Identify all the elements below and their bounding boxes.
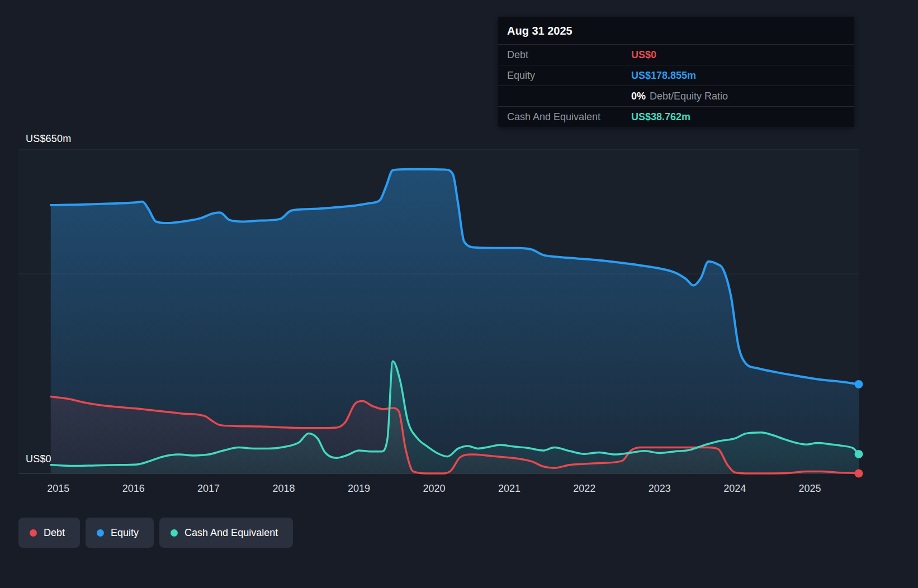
chart-legend: Debt Equity Cash And Equivalent [18, 518, 293, 548]
legend-item-label: Cash And Equivalent [184, 527, 278, 539]
tooltip-row-debt: Debt US$0 [498, 44, 854, 65]
tooltip-cash-label: Cash And Equivalent [507, 111, 631, 123]
tooltip-ratio-caption: Debt/Equity Ratio [650, 90, 728, 102]
x-tick-label: 2017 [197, 483, 220, 494]
legend-item-equity[interactable]: Equity [86, 518, 154, 548]
chart-tooltip: Aug 31 2025 Debt US$0 Equity US$178.855m… [498, 17, 854, 127]
legend-item-cash[interactable]: Cash And Equivalent [159, 518, 293, 548]
debt-series-dot-icon [30, 529, 37, 537]
x-tick-label: 2016 [122, 483, 145, 494]
tooltip-row-equity: Equity US$178.855m [498, 65, 854, 86]
tooltip-date: Aug 31 2025 [498, 17, 854, 44]
tooltip-equity-value: US$178.855m [631, 69, 696, 82]
series-endpoint-dot-cash-and-equivalent [855, 450, 863, 458]
series-endpoint-dot-equity [855, 380, 863, 388]
tooltip-cash-value: US$38.762m [631, 111, 690, 123]
tooltip-row-cash: Cash And Equivalent US$38.762m [498, 106, 854, 127]
equity-series-dot-icon [97, 529, 104, 537]
x-tick-label: 2018 [273, 483, 295, 494]
tooltip-debt-label: Debt [507, 49, 631, 61]
debt-equity-history-chart: US$650m US$0 201520162017201820192020202… [0, 0, 918, 588]
series-endpoint-dot-debt [855, 470, 863, 478]
legend-item-label: Debt [44, 527, 65, 539]
tooltip-row-ratio: 0% Debt/Equity Ratio [498, 86, 854, 106]
x-tick-label: 2024 [723, 483, 746, 494]
x-tick-label: 2020 [423, 483, 445, 494]
x-tick-label: 2019 [348, 483, 370, 494]
tooltip-ratio-value: 0% [631, 90, 646, 102]
x-tick-label: 2015 [47, 483, 69, 494]
legend-item-debt[interactable]: Debt [18, 518, 80, 548]
x-tick-label: 2025 [799, 483, 821, 494]
x-tick-label: 2023 [649, 483, 671, 494]
tooltip-equity-label: Equity [507, 69, 631, 82]
legend-item-label: Equity [111, 527, 139, 539]
cash-series-dot-icon [171, 529, 178, 537]
tooltip-debt-value: US$0 [631, 49, 656, 61]
x-tick-label: 2021 [498, 483, 520, 494]
x-tick-label: 2022 [573, 483, 595, 494]
